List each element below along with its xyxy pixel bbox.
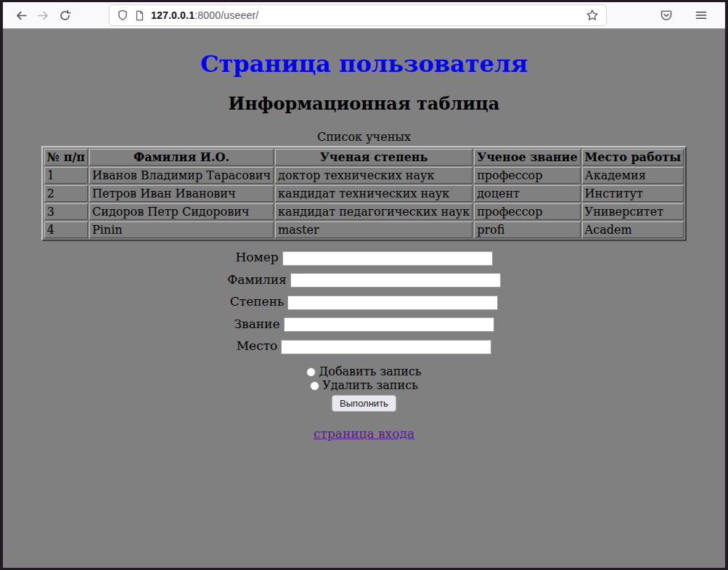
execute-button[interactable]: Выполнить (332, 395, 396, 412)
number-label: Номер (235, 250, 278, 264)
forward-icon (37, 9, 49, 22)
rank-input[interactable] (284, 317, 494, 332)
pocket-icon (660, 9, 673, 22)
cell-number: 4 (44, 221, 88, 238)
col-header-workplace: Место работы (582, 149, 684, 166)
cell-workplace: Институт (582, 185, 684, 202)
browser-window: 127.0.0.1:8000/useeer/ Страница пользова… (0, 0, 728, 570)
cell-rank: профессор (474, 167, 580, 184)
rank-label: Звание (234, 317, 279, 331)
browser-toolbar: 127.0.0.1:8000/useeer/ (3, 2, 725, 29)
cell-number: 2 (44, 185, 88, 202)
cell-number: 3 (44, 203, 88, 220)
record-form: Номер Фамилия Степень Звание Место Добав… (9, 250, 719, 412)
reload-button[interactable] (54, 4, 75, 26)
page-content: Страница пользователя Информационная таб… (3, 29, 725, 568)
cell-name: Петров Иван Иванович (89, 185, 274, 202)
add-record-radio[interactable] (306, 367, 316, 377)
form-row-workplace: Место (9, 338, 719, 354)
page-title: Страница пользователя (9, 50, 719, 78)
cell-workplace: Academ (582, 221, 684, 238)
bookmark-button[interactable] (583, 6, 602, 25)
bookmark-star-icon (586, 9, 599, 22)
cell-name: Иванов Владимир Тарасович (89, 167, 274, 184)
delete-record-label: Удалить запись (322, 378, 418, 392)
col-header-name: Фамилия И.О. (89, 149, 274, 166)
radio-row-add: Добавить запись (9, 365, 719, 378)
url-host: 127.0.0.1 (151, 9, 195, 21)
number-input[interactable] (282, 251, 493, 266)
login-link-row: страница входа (9, 426, 719, 441)
degree-input[interactable] (287, 296, 498, 310)
table-header-row: № п/п Фамилия И.О. Ученая степень Ученое… (44, 149, 684, 166)
cell-number: 1 (44, 167, 88, 184)
form-row-degree: Степень (9, 294, 719, 310)
table-row: 1 Иванов Владимир Тарасович доктор техни… (44, 167, 684, 184)
cell-rank: profi (474, 221, 580, 238)
cell-workplace: Университет (582, 203, 684, 220)
col-header-degree: Ученая степень (275, 149, 473, 166)
col-header-rank: Ученое звание (474, 149, 580, 166)
operation-radio-group: Добавить запись Удалить запись (9, 365, 719, 392)
cell-degree: кандидат технических наук (275, 185, 473, 202)
surname-label: Фамилия (227, 272, 287, 287)
delete-record-radio[interactable] (310, 381, 319, 391)
table-row: 3 Сидоров Петр Сидорович кандидат педаго… (44, 203, 684, 220)
toolbar-right-tools (655, 4, 716, 26)
workplace-label: Место (237, 338, 278, 353)
forward-button[interactable] (32, 4, 54, 26)
cell-degree: доктор технических наук (275, 167, 473, 184)
url-text: 127.0.0.1:8000/useeer/ (151, 9, 258, 21)
degree-label: Степень (230, 294, 284, 309)
col-header-number: № п/п (44, 149, 88, 166)
cell-degree: master (275, 221, 473, 238)
scholars-table: Список ученых № п/п Фамилия И.О. Ученая … (41, 130, 687, 241)
url-path: :8000/useeer/ (195, 9, 258, 21)
radio-row-delete: Удалить запись (9, 378, 719, 392)
back-icon (15, 9, 28, 22)
table-row: 4 Pinin master profi Academ (44, 221, 684, 238)
login-page-link[interactable]: страница входа (314, 426, 414, 441)
reload-icon (59, 9, 71, 22)
cell-rank: доцент (474, 185, 580, 202)
shield-icon[interactable] (117, 9, 128, 21)
cell-name: Сидоров Петр Сидорович (89, 203, 274, 220)
surname-input[interactable] (290, 273, 501, 288)
cell-workplace: Академия (582, 167, 684, 184)
pocket-button[interactable] (655, 4, 677, 26)
form-row-number: Номер (9, 250, 719, 266)
menu-icon (695, 9, 708, 22)
back-button[interactable] (10, 4, 32, 26)
menu-button[interactable] (690, 4, 712, 26)
table-caption: Список ученых (41, 130, 687, 146)
cell-rank: профессор (474, 203, 580, 220)
form-row-surname: Фамилия (9, 272, 719, 288)
cell-degree: кандидат педагогических наук (275, 203, 473, 220)
form-row-rank: Звание (9, 317, 719, 333)
page-subtitle: Информационная таблица (9, 93, 719, 114)
add-record-label: Добавить запись (319, 365, 421, 378)
page-icon[interactable] (134, 10, 145, 21)
url-bar[interactable]: 127.0.0.1:8000/useeer/ (109, 4, 607, 26)
table-row: 2 Петров Иван Иванович кандидат техничес… (44, 185, 684, 202)
cell-name: Pinin (89, 221, 274, 238)
workplace-input[interactable] (281, 340, 491, 354)
